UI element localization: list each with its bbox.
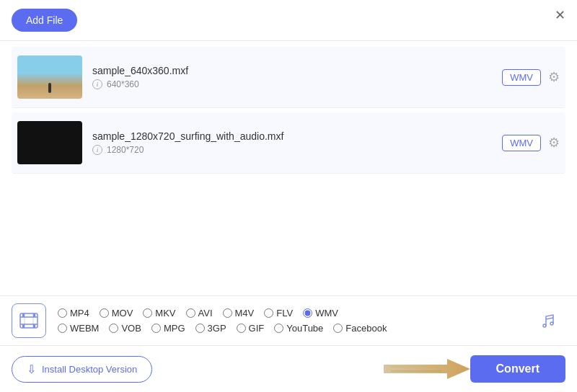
format-label-webm: WEBM [70, 323, 99, 334]
format-label-youtube: YouTube [286, 323, 323, 334]
format-option-webm[interactable]: WEBM [58, 323, 99, 334]
format-label-mp4: MP4 [70, 308, 89, 318]
format-option-mov[interactable]: MOV [100, 308, 133, 318]
format-radio-vob[interactable] [109, 324, 118, 333]
format-label-mov: MOV [112, 308, 133, 318]
format-label-facebook: Facebook [345, 323, 387, 334]
header: Add File ✕ [0, 0, 577, 41]
music-icon [539, 311, 558, 330]
file-meta: i 640*360 [92, 79, 502, 89]
file-thumbnail [17, 55, 82, 99]
format-radio-mp4[interactable] [58, 308, 67, 318]
format-radio-webm[interactable] [58, 324, 67, 333]
format-radio-facebook[interactable] [333, 324, 343, 333]
add-file-button[interactable]: Add File [12, 9, 77, 32]
install-label: Install Desktop Version [42, 364, 137, 375]
format-label-vob: VOB [121, 323, 141, 334]
format-selector: MP4 MOV MKV AVI M4V [0, 296, 577, 346]
format-option-mpg[interactable]: MPG [151, 323, 185, 334]
format-badge[interactable]: WMV [502, 135, 541, 151]
format-option-flv[interactable]: FLV [264, 308, 293, 318]
format-option-wmv[interactable]: WMV [303, 308, 338, 318]
format-label-mkv: MKV [155, 308, 175, 318]
file-meta: i 1280*720 [92, 145, 502, 155]
thumbnail-beach [17, 55, 82, 99]
file-resolution: 640*360 [107, 79, 139, 89]
thumbnail-black [17, 121, 82, 164]
format-row-1: MP4 MOV MKV AVI M4V [58, 308, 531, 318]
file-actions: WMV ⚙ [502, 69, 560, 86]
format-label-mpg: MPG [164, 323, 185, 334]
download-icon: ⇩ [27, 362, 36, 376]
format-option-3gp[interactable]: 3GP [195, 323, 226, 334]
format-radio-mov[interactable] [100, 308, 109, 318]
file-info: sample_640x360.mxf i 640*360 [92, 65, 502, 89]
file-name: sample_640x360.mxf [92, 65, 502, 76]
file-item: sample_640x360.mxf i 640*360 WMV ⚙ [12, 47, 565, 108]
format-radio-flv[interactable] [264, 308, 273, 318]
format-radio-wmv[interactable] [303, 308, 312, 318]
format-option-mkv[interactable]: MKV [143, 308, 175, 318]
film-icon-wrapper [12, 303, 46, 338]
file-actions: WMV ⚙ [502, 135, 560, 151]
format-option-mp4[interactable]: MP4 [58, 308, 89, 318]
format-option-gif[interactable]: GIF [237, 323, 265, 334]
format-radio-gif[interactable] [237, 324, 246, 333]
format-radio-m4v[interactable] [223, 308, 232, 318]
info-icon: i [92, 145, 102, 155]
file-info: sample_1280x720_surfing_with_audio.mxf i… [92, 130, 502, 155]
convert-area: Convert [384, 353, 565, 385]
format-radio-3gp[interactable] [195, 324, 205, 333]
format-option-m4v[interactable]: M4V [223, 308, 255, 318]
format-radio-avi[interactable] [186, 308, 195, 318]
format-label-3gp: 3GP [208, 323, 226, 334]
file-item: sample_1280x720_surfing_with_audio.mxf i… [12, 112, 565, 174]
close-button[interactable]: ✕ [555, 9, 565, 22]
format-option-facebook[interactable]: Facebook [333, 323, 387, 334]
format-badge[interactable]: WMV [502, 69, 541, 86]
footer-bar: ⇩ Install Desktop Version Convert [0, 346, 577, 392]
svg-marker-9 [384, 359, 470, 379]
format-radio-youtube[interactable] [274, 324, 283, 333]
settings-icon[interactable]: ⚙ [548, 69, 560, 85]
install-desktop-button[interactable]: ⇩ Install Desktop Version [12, 356, 152, 383]
film-icon [19, 311, 39, 331]
file-resolution: 1280*720 [107, 145, 144, 155]
info-icon: i [92, 79, 102, 89]
format-label-gif: GIF [249, 323, 265, 334]
bottom-bar: MP4 MOV MKV AVI M4V [0, 295, 577, 392]
file-list: sample_640x360.mxf i 640*360 WMV ⚙ sampl… [0, 41, 577, 184]
format-label-avi: AVI [198, 308, 213, 318]
format-radio-mpg[interactable] [151, 324, 161, 333]
convert-button[interactable]: Convert [470, 355, 565, 383]
format-label-m4v: M4V [235, 308, 255, 318]
settings-icon[interactable]: ⚙ [548, 135, 560, 151]
format-option-vob[interactable]: VOB [109, 323, 141, 334]
music-icon-wrapper [531, 303, 565, 338]
file-name: sample_1280x720_surfing_with_audio.mxf [92, 130, 502, 142]
file-thumbnail [17, 121, 82, 164]
format-options: MP4 MOV MKV AVI M4V [58, 308, 531, 334]
format-label-wmv: WMV [315, 308, 338, 318]
format-option-avi[interactable]: AVI [186, 308, 213, 318]
format-radio-mkv[interactable] [143, 308, 152, 318]
format-row-2: WEBM VOB MPG 3GP GIF [58, 323, 531, 334]
format-label-flv: FLV [276, 308, 293, 318]
format-option-youtube[interactable]: YouTube [274, 323, 323, 334]
arrow-decoration [384, 353, 470, 385]
